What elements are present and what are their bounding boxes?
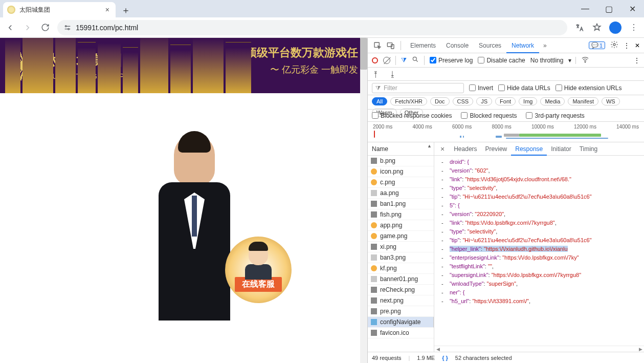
file-type-icon <box>371 244 377 250</box>
bookmark-star-icon[interactable] <box>592 23 602 33</box>
request-item[interactable]: reCheck.png <box>368 285 434 295</box>
type-pill-all[interactable]: All <box>372 97 387 105</box>
forward-icon[interactable] <box>23 23 33 33</box>
type-pill-manifest[interactable]: Manifest <box>568 97 598 105</box>
network-conditions-icon[interactable] <box>581 55 589 65</box>
type-pill-doc[interactable]: Doc <box>430 97 450 105</box>
request-item[interactable]: banner01.png <box>368 274 434 285</box>
request-item[interactable]: b.png <box>368 156 434 166</box>
svg-point-5 <box>613 44 615 46</box>
site-info-icon[interactable] <box>63 24 72 32</box>
filter-funnel-icon[interactable]: ⧩ <box>401 56 407 65</box>
svg-point-6 <box>413 57 416 60</box>
devtools-menu-icon[interactable]: ⋮ <box>624 42 630 49</box>
file-type-icon <box>371 265 377 271</box>
close-window-icon[interactable]: ✕ <box>620 0 644 17</box>
request-item[interactable]: ban1.png <box>368 199 434 209</box>
detail-tab-response[interactable]: Response <box>511 143 547 156</box>
svg-point-0 <box>65 26 66 27</box>
name-column-header[interactable]: Name▲ <box>368 142 434 156</box>
minimize-icon[interactable]: — <box>573 0 597 17</box>
type-pill-ws[interactable]: WS <box>602 97 620 105</box>
panel-tab-network[interactable]: Network <box>506 39 539 53</box>
panel-tab-sources[interactable]: Sources <box>474 39 506 52</box>
search-icon[interactable] <box>412 56 419 65</box>
panel-tab-console[interactable]: Console <box>441 39 474 52</box>
new-tab-button[interactable]: ＋ <box>119 3 133 17</box>
third-party-checkbox[interactable]: 3rd-party requests <box>526 112 584 119</box>
request-item[interactable]: ban3.png <box>368 252 434 263</box>
file-type-icon <box>371 222 377 228</box>
type-pill-fetchxhr[interactable]: Fetch/XHR <box>390 97 427 105</box>
issue-badge[interactable]: 💬1 <box>589 41 605 49</box>
request-item[interactable]: aa.png <box>368 188 434 199</box>
back-icon[interactable] <box>5 23 15 33</box>
file-type-icon <box>371 330 377 336</box>
upload-har-icon[interactable]: ⭱ <box>372 70 380 78</box>
request-item[interactable]: kf.png <box>368 263 434 274</box>
reload-icon[interactable] <box>40 23 50 33</box>
disable-cache-checkbox[interactable]: Disable cache <box>478 57 525 64</box>
close-tab-icon[interactable]: × <box>103 6 112 14</box>
request-item[interactable]: c.png <box>368 177 434 188</box>
hide-data-urls-checkbox[interactable]: Hide data URLs <box>498 84 550 92</box>
request-item[interactable]: game.png <box>368 231 434 242</box>
support-badge[interactable]: 在线客服 <box>225 237 292 303</box>
throttling-select[interactable]: No throttling ▾ <box>530 57 576 64</box>
request-item[interactable]: favicon.ico <box>368 328 434 338</box>
tab-bar: 太阳城集团 × ＋ — ▢ ✕ <box>0 0 644 17</box>
request-item[interactable]: app.png <box>368 220 434 231</box>
timeline-overview[interactable]: 2000 ms4000 ms6000 ms8000 ms10000 ms1200… <box>368 122 644 142</box>
blocked-cookies-checkbox[interactable]: Blocked response cookies <box>372 112 452 119</box>
request-list: Name▲ b.pngicon.pngc.pngaa.pngban1.pngfi… <box>368 142 434 352</box>
translate-icon[interactable] <box>574 23 585 33</box>
detail-tab-preview[interactable]: Preview <box>481 143 512 155</box>
clear-icon[interactable] <box>383 57 390 64</box>
detail-tabs: × HeadersPreviewResponseInitiatorTiming <box>434 142 644 156</box>
network-toolbar: ⧩ Preserve log Disable cache No throttli… <box>368 53 644 68</box>
request-item[interactable]: icon.png <box>368 166 434 177</box>
hide-extension-urls-checkbox[interactable]: Hide extension URLs <box>556 84 622 92</box>
invert-checkbox[interactable]: Invert <box>469 84 493 92</box>
download-har-icon[interactable]: ⭳ <box>389 70 396 78</box>
type-pill-js[interactable]: JS <box>476 97 492 105</box>
settings-gear-icon[interactable] <box>610 40 618 50</box>
request-item[interactable]: next.png <box>368 295 434 306</box>
type-pill-css[interactable]: CSS <box>453 97 474 105</box>
detail-tab-headers[interactable]: Headers <box>450 143 481 155</box>
preserve-log-checkbox[interactable]: Preserve log <box>430 57 473 64</box>
request-item[interactable]: pre.png <box>368 306 434 317</box>
more-tabs-icon[interactable]: » <box>541 42 549 49</box>
detail-tab-timing[interactable]: Timing <box>575 143 602 155</box>
devtools-close-icon[interactable]: ✕ <box>635 42 640 49</box>
file-type-icon <box>371 308 377 314</box>
request-item[interactable]: xi.png <box>368 242 434 252</box>
response-body[interactable]: - droid": { - "version": "602", - "link"… <box>434 156 644 346</box>
filter-funnel-small-icon: ⧩ <box>375 84 381 92</box>
request-detail: × HeadersPreviewResponseInitiatorTiming … <box>434 142 644 352</box>
transfer-size: 1.9 ME <box>417 355 435 361</box>
file-type-icon <box>371 168 377 175</box>
profile-avatar[interactable] <box>609 22 621 34</box>
device-toggle-icon[interactable] <box>385 40 396 51</box>
kebab-menu-icon[interactable]: ⋮ <box>629 23 639 33</box>
toolbar-menu-icon[interactable]: ⋮ <box>634 57 640 64</box>
type-pill-img[interactable]: Img <box>519 97 537 105</box>
panel-tab-elements[interactable]: Elements <box>405 39 441 52</box>
detail-tab-initiator[interactable]: Initiator <box>547 143 575 155</box>
record-icon[interactable] <box>372 57 378 63</box>
inspect-element-icon[interactable] <box>372 40 383 51</box>
request-item[interactable]: configNavigate <box>368 317 434 328</box>
type-pill-media[interactable]: Media <box>540 97 565 105</box>
blocked-requests-checkbox[interactable]: Blocked requests <box>461 112 517 119</box>
url-input[interactable]: 15991t.com/pc.html <box>57 20 567 35</box>
page-scrollbar[interactable] <box>360 38 367 363</box>
close-detail-icon[interactable]: × <box>437 145 448 153</box>
type-pill-font[interactable]: Font <box>495 97 516 105</box>
filter-row: ⧩ Filter Invert Hide data URLs Hide exte… <box>368 81 644 95</box>
browser-tab[interactable]: 太阳城集团 × <box>3 2 116 17</box>
horizontal-scrollbar[interactable]: ◀▶ <box>434 346 644 352</box>
filter-input[interactable]: ⧩ Filter <box>372 83 464 93</box>
request-item[interactable]: fish.png <box>368 209 434 220</box>
maximize-icon[interactable]: ▢ <box>597 0 620 17</box>
